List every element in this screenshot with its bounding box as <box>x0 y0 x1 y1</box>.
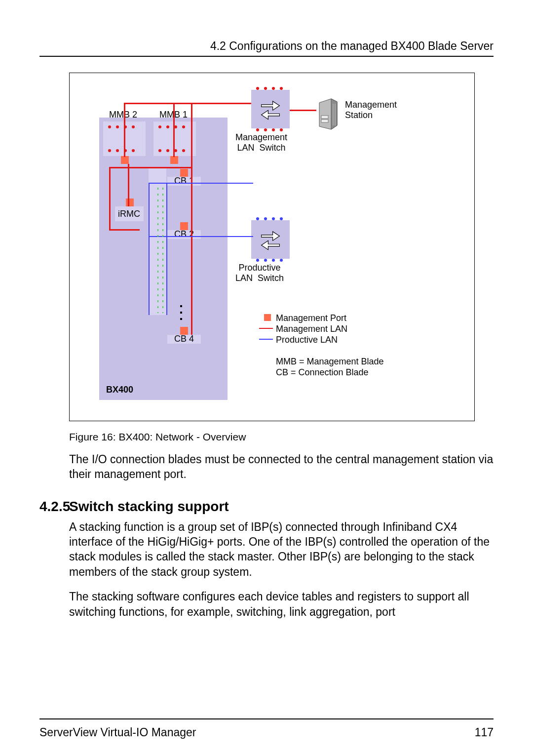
switch-arrows-icon <box>259 228 282 251</box>
mgmt-station-label: Management Station <box>345 100 397 120</box>
footer-rule <box>39 718 494 719</box>
legend-prod-lan: Productive LAN <box>276 335 338 345</box>
mgmt-port-irmc <box>126 199 134 206</box>
svg-rect-4 <box>321 116 328 119</box>
irmc-box: iRMC <box>115 206 144 221</box>
section-body-1: A stacking function is a group set of IB… <box>69 519 494 579</box>
section-body-2: The stacking software configures each de… <box>69 589 494 619</box>
switch-arrows-icon <box>259 98 282 120</box>
paragraph-intro: The I/O connection blades must be connec… <box>69 452 494 482</box>
footer-product: ServerView Virtual-IO Manager <box>39 726 196 739</box>
cb2-slot: CB 2 <box>167 230 201 239</box>
section-title: Switch stacking support <box>69 499 229 515</box>
header-rule <box>39 56 494 57</box>
footer-pageno: 117 <box>475 726 494 739</box>
irmc-label: iRMC <box>118 209 140 219</box>
mgmt-switch-label: Management LAN Switch <box>235 132 287 153</box>
legend-mgmt-lan: Management LAN <box>276 324 347 334</box>
server-icon <box>316 97 340 133</box>
legend-mmb-def: MMB = Management Blade <box>276 357 384 367</box>
legend-cb-def: CB = Connection Blade <box>276 367 369 378</box>
cb1-slot: CB 1 <box>167 177 201 186</box>
mgmt-port-cb4 <box>180 327 188 335</box>
bx-label: BX400 <box>106 385 133 395</box>
legend-mgmt-lan-line <box>259 328 273 329</box>
prod-lan-switch <box>251 220 290 259</box>
cb4-label: CB 4 <box>174 334 194 344</box>
mgmt-port-mmb1 <box>170 156 178 164</box>
section-number: 4.2.5 <box>39 499 69 515</box>
svg-marker-1 <box>331 99 337 129</box>
mgmt-lan-switch <box>251 90 290 128</box>
figure-caption: Figure 16: BX400: Network - Overview <box>69 431 494 443</box>
legend-mgmt-port-swatch <box>264 314 271 321</box>
legend-prod-lan-line <box>259 339 273 340</box>
mgmt-port-cb2 <box>180 222 188 230</box>
legend-mgmt-port: Management Port <box>276 313 346 323</box>
ellipsis-dots <box>180 305 183 320</box>
section-header: 4.2 Configurations on the managed BX400 … <box>39 40 494 53</box>
svg-rect-5 <box>321 119 328 122</box>
mmb2-label: MMB 2 <box>109 110 137 120</box>
cb4-slot: CB 4 <box>167 335 201 344</box>
prod-switch-label: Productive LAN Switch <box>235 263 284 283</box>
mmb1-blade: MMB 1 <box>153 121 196 156</box>
mgmt-port-cb1 <box>180 169 188 177</box>
figure-box: BX400 MMB 2 MMB 1 iRMC CB 1 CB 2 CB 4 <box>69 73 475 421</box>
mgmt-port-mmb2 <box>121 156 129 164</box>
